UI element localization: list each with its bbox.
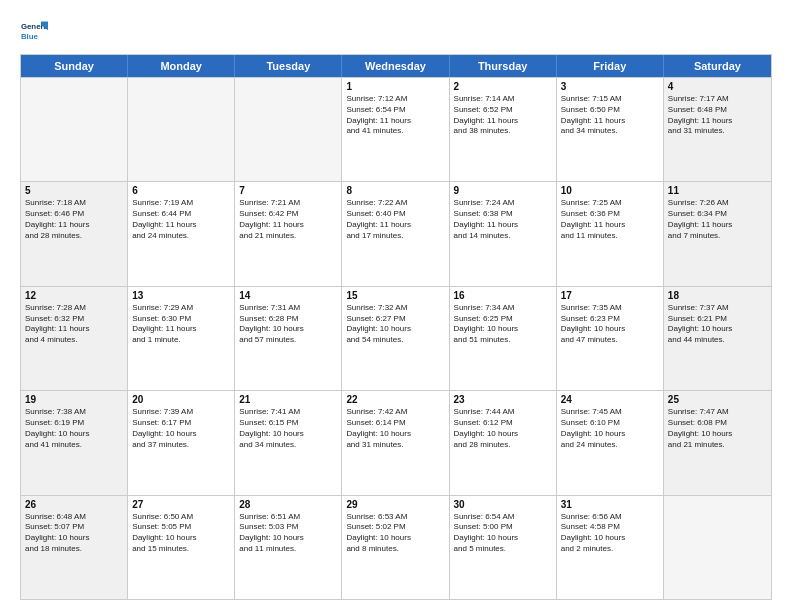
cal-cell: 4Sunrise: 7:17 AM Sunset: 6:48 PM Daylig… <box>664 78 771 181</box>
cell-info: Sunrise: 7:21 AM Sunset: 6:42 PM Dayligh… <box>239 198 337 241</box>
page: General Blue SundayMondayTuesdayWednesda… <box>0 0 792 612</box>
cal-cell: 7Sunrise: 7:21 AM Sunset: 6:42 PM Daylig… <box>235 182 342 285</box>
cal-cell: 9Sunrise: 7:24 AM Sunset: 6:38 PM Daylig… <box>450 182 557 285</box>
week-row-2: 12Sunrise: 7:28 AM Sunset: 6:32 PM Dayli… <box>21 286 771 390</box>
day-number: 25 <box>668 394 767 405</box>
calendar-body: 1Sunrise: 7:12 AM Sunset: 6:54 PM Daylig… <box>21 77 771 599</box>
header-day-thursday: Thursday <box>450 55 557 77</box>
day-number: 22 <box>346 394 444 405</box>
cell-info: Sunrise: 7:38 AM Sunset: 6:19 PM Dayligh… <box>25 407 123 450</box>
cal-cell: 15Sunrise: 7:32 AM Sunset: 6:27 PM Dayli… <box>342 287 449 390</box>
cal-cell: 12Sunrise: 7:28 AM Sunset: 6:32 PM Dayli… <box>21 287 128 390</box>
cell-info: Sunrise: 7:29 AM Sunset: 6:30 PM Dayligh… <box>132 303 230 346</box>
cell-info: Sunrise: 7:17 AM Sunset: 6:48 PM Dayligh… <box>668 94 767 137</box>
cal-cell <box>21 78 128 181</box>
cal-cell: 13Sunrise: 7:29 AM Sunset: 6:30 PM Dayli… <box>128 287 235 390</box>
header-day-tuesday: Tuesday <box>235 55 342 77</box>
cal-cell: 23Sunrise: 7:44 AM Sunset: 6:12 PM Dayli… <box>450 391 557 494</box>
cell-info: Sunrise: 7:45 AM Sunset: 6:10 PM Dayligh… <box>561 407 659 450</box>
day-number: 1 <box>346 81 444 92</box>
cal-cell: 17Sunrise: 7:35 AM Sunset: 6:23 PM Dayli… <box>557 287 664 390</box>
cell-info: Sunrise: 7:41 AM Sunset: 6:15 PM Dayligh… <box>239 407 337 450</box>
cal-cell: 22Sunrise: 7:42 AM Sunset: 6:14 PM Dayli… <box>342 391 449 494</box>
calendar: SundayMondayTuesdayWednesdayThursdayFrid… <box>20 54 772 600</box>
cell-info: Sunrise: 6:54 AM Sunset: 5:00 PM Dayligh… <box>454 512 552 555</box>
cal-cell: 19Sunrise: 7:38 AM Sunset: 6:19 PM Dayli… <box>21 391 128 494</box>
day-number: 6 <box>132 185 230 196</box>
cal-cell: 11Sunrise: 7:26 AM Sunset: 6:34 PM Dayli… <box>664 182 771 285</box>
cell-info: Sunrise: 6:51 AM Sunset: 5:03 PM Dayligh… <box>239 512 337 555</box>
day-number: 23 <box>454 394 552 405</box>
day-number: 28 <box>239 499 337 510</box>
cell-info: Sunrise: 7:19 AM Sunset: 6:44 PM Dayligh… <box>132 198 230 241</box>
cell-info: Sunrise: 7:47 AM Sunset: 6:08 PM Dayligh… <box>668 407 767 450</box>
cal-cell: 10Sunrise: 7:25 AM Sunset: 6:36 PM Dayli… <box>557 182 664 285</box>
cell-info: Sunrise: 6:48 AM Sunset: 5:07 PM Dayligh… <box>25 512 123 555</box>
cell-info: Sunrise: 7:25 AM Sunset: 6:36 PM Dayligh… <box>561 198 659 241</box>
cal-cell: 6Sunrise: 7:19 AM Sunset: 6:44 PM Daylig… <box>128 182 235 285</box>
header: General Blue <box>20 18 772 46</box>
day-number: 29 <box>346 499 444 510</box>
week-row-4: 26Sunrise: 6:48 AM Sunset: 5:07 PM Dayli… <box>21 495 771 599</box>
header-day-saturday: Saturday <box>664 55 771 77</box>
week-row-0: 1Sunrise: 7:12 AM Sunset: 6:54 PM Daylig… <box>21 77 771 181</box>
cal-cell: 18Sunrise: 7:37 AM Sunset: 6:21 PM Dayli… <box>664 287 771 390</box>
logo-icon: General Blue <box>20 18 48 46</box>
logo: General Blue <box>20 18 48 46</box>
cell-info: Sunrise: 7:24 AM Sunset: 6:38 PM Dayligh… <box>454 198 552 241</box>
cell-info: Sunrise: 7:31 AM Sunset: 6:28 PM Dayligh… <box>239 303 337 346</box>
cell-info: Sunrise: 7:44 AM Sunset: 6:12 PM Dayligh… <box>454 407 552 450</box>
cal-cell: 31Sunrise: 6:56 AM Sunset: 4:58 PM Dayli… <box>557 496 664 599</box>
cell-info: Sunrise: 7:28 AM Sunset: 6:32 PM Dayligh… <box>25 303 123 346</box>
cell-info: Sunrise: 7:37 AM Sunset: 6:21 PM Dayligh… <box>668 303 767 346</box>
cal-cell: 25Sunrise: 7:47 AM Sunset: 6:08 PM Dayli… <box>664 391 771 494</box>
cell-info: Sunrise: 7:15 AM Sunset: 6:50 PM Dayligh… <box>561 94 659 137</box>
day-number: 9 <box>454 185 552 196</box>
cal-cell: 20Sunrise: 7:39 AM Sunset: 6:17 PM Dayli… <box>128 391 235 494</box>
cell-info: Sunrise: 6:56 AM Sunset: 4:58 PM Dayligh… <box>561 512 659 555</box>
day-number: 3 <box>561 81 659 92</box>
cal-cell: 14Sunrise: 7:31 AM Sunset: 6:28 PM Dayli… <box>235 287 342 390</box>
day-number: 10 <box>561 185 659 196</box>
cell-info: Sunrise: 7:42 AM Sunset: 6:14 PM Dayligh… <box>346 407 444 450</box>
cell-info: Sunrise: 6:53 AM Sunset: 5:02 PM Dayligh… <box>346 512 444 555</box>
cal-cell: 29Sunrise: 6:53 AM Sunset: 5:02 PM Dayli… <box>342 496 449 599</box>
cell-info: Sunrise: 7:34 AM Sunset: 6:25 PM Dayligh… <box>454 303 552 346</box>
day-number: 15 <box>346 290 444 301</box>
cal-cell: 8Sunrise: 7:22 AM Sunset: 6:40 PM Daylig… <box>342 182 449 285</box>
cal-cell <box>235 78 342 181</box>
cell-info: Sunrise: 7:35 AM Sunset: 6:23 PM Dayligh… <box>561 303 659 346</box>
cell-info: Sunrise: 7:22 AM Sunset: 6:40 PM Dayligh… <box>346 198 444 241</box>
svg-text:Blue: Blue <box>21 32 39 41</box>
day-number: 30 <box>454 499 552 510</box>
cell-info: Sunrise: 7:26 AM Sunset: 6:34 PM Dayligh… <box>668 198 767 241</box>
day-number: 17 <box>561 290 659 301</box>
cal-cell: 24Sunrise: 7:45 AM Sunset: 6:10 PM Dayli… <box>557 391 664 494</box>
cal-cell: 16Sunrise: 7:34 AM Sunset: 6:25 PM Dayli… <box>450 287 557 390</box>
cal-cell: 30Sunrise: 6:54 AM Sunset: 5:00 PM Dayli… <box>450 496 557 599</box>
cell-info: Sunrise: 7:32 AM Sunset: 6:27 PM Dayligh… <box>346 303 444 346</box>
day-number: 2 <box>454 81 552 92</box>
header-day-wednesday: Wednesday <box>342 55 449 77</box>
week-row-3: 19Sunrise: 7:38 AM Sunset: 6:19 PM Dayli… <box>21 390 771 494</box>
day-number: 11 <box>668 185 767 196</box>
cell-info: Sunrise: 7:18 AM Sunset: 6:46 PM Dayligh… <box>25 198 123 241</box>
header-day-monday: Monday <box>128 55 235 77</box>
day-number: 14 <box>239 290 337 301</box>
cal-cell: 21Sunrise: 7:41 AM Sunset: 6:15 PM Dayli… <box>235 391 342 494</box>
day-number: 27 <box>132 499 230 510</box>
cal-cell: 28Sunrise: 6:51 AM Sunset: 5:03 PM Dayli… <box>235 496 342 599</box>
cal-cell: 5Sunrise: 7:18 AM Sunset: 6:46 PM Daylig… <box>21 182 128 285</box>
day-number: 7 <box>239 185 337 196</box>
cal-cell <box>128 78 235 181</box>
cell-info: Sunrise: 7:14 AM Sunset: 6:52 PM Dayligh… <box>454 94 552 137</box>
day-number: 24 <box>561 394 659 405</box>
header-day-friday: Friday <box>557 55 664 77</box>
day-number: 31 <box>561 499 659 510</box>
cal-cell: 3Sunrise: 7:15 AM Sunset: 6:50 PM Daylig… <box>557 78 664 181</box>
cal-cell: 1Sunrise: 7:12 AM Sunset: 6:54 PM Daylig… <box>342 78 449 181</box>
header-day-sunday: Sunday <box>21 55 128 77</box>
cal-cell: 27Sunrise: 6:50 AM Sunset: 5:05 PM Dayli… <box>128 496 235 599</box>
cal-cell: 26Sunrise: 6:48 AM Sunset: 5:07 PM Dayli… <box>21 496 128 599</box>
cell-info: Sunrise: 7:39 AM Sunset: 6:17 PM Dayligh… <box>132 407 230 450</box>
